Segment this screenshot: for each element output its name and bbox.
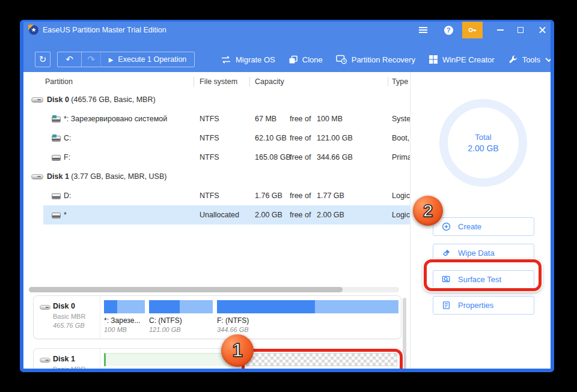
- toolbar-action-migrate-os[interactable]: Migrate OS: [221, 55, 275, 64]
- redo-icon[interactable]: ↷: [82, 52, 101, 67]
- column-partition: Partition: [45, 73, 73, 90]
- partition-recovery-icon: [336, 55, 347, 64]
- capacity-total: 344.66 GB: [317, 148, 353, 167]
- disk-label: Disk 1 (3.77 GB, Basic, MBR, USB): [47, 167, 166, 186]
- circle-plus-icon: [442, 222, 451, 231]
- menu-icon[interactable]: [414, 22, 432, 38]
- minimize-icon[interactable]: [491, 22, 509, 38]
- file-system: NTFS: [200, 109, 219, 128]
- main-content: Partition File system Capacity Type Disk…: [23, 72, 551, 369]
- create-button[interactable]: Create: [433, 217, 534, 236]
- button-label: Properties: [458, 301, 493, 310]
- capacity-free: 67 MB: [255, 109, 276, 128]
- column-capacity: Capacity: [255, 73, 284, 90]
- help-icon[interactable]: ?: [439, 22, 457, 38]
- toolbar-action-clone[interactable]: Clone: [288, 55, 323, 64]
- disk-label: Disk 0 (465.76 GB, Basic, MBR): [47, 90, 156, 109]
- execute-operation-button[interactable]: ▶ Execute 1 Operation: [101, 52, 194, 67]
- close-icon[interactable]: [533, 22, 551, 38]
- partition-label: C: (NTFS): [149, 316, 182, 325]
- play-icon: ▶: [109, 56, 114, 63]
- toolbar-action-label: Tools: [522, 55, 540, 64]
- disk-map-partition-primary[interactable]: F: (NTFS)344.66 GB: [217, 296, 398, 339]
- partition-name: *: [64, 205, 67, 225]
- file-system: NTFS: [200, 128, 219, 148]
- horizontal-scrollbar-thumb[interactable]: [29, 287, 343, 292]
- toolbar-action-label: Clone: [302, 55, 323, 64]
- file-system: NTFS: [200, 186, 219, 205]
- partition-type: Prima: [392, 148, 412, 167]
- button-label: Create: [458, 222, 481, 231]
- partition-name: F:: [64, 148, 70, 167]
- system-partition-icon: [52, 116, 61, 122]
- app-window: ★ EaseUS Partition Master Trial Edition …: [20, 20, 554, 372]
- toolbar-action-partition-recovery[interactable]: Partition Recovery: [336, 55, 415, 64]
- column-type: Type: [392, 73, 408, 90]
- titlebar: ★ EaseUS Partition Master Trial Edition …: [23, 22, 551, 38]
- partition-name: D:: [64, 186, 72, 205]
- partition-type: Logic: [392, 205, 410, 225]
- table-row-partition[interactable]: *: Зарезервировано системойNTFS67 MBfree…: [23, 109, 410, 128]
- capacity-total: 121.00 GB: [317, 128, 353, 148]
- operation-group: ↶ ↷ ▶ Execute 1 Operation: [57, 52, 195, 67]
- toolbar-action-winpe-creator[interactable]: WinPE Creator: [429, 55, 495, 64]
- partition-type: Logic: [392, 186, 410, 205]
- properties-button[interactable]: Properties: [433, 296, 534, 315]
- capacity-donut-chart: Total 2.00 GB: [439, 99, 527, 187]
- maximize-icon[interactable]: [511, 22, 530, 38]
- disk0-scheme: Basic MBR: [53, 313, 85, 320]
- properties-icon: [442, 301, 451, 310]
- disk0-map-panel[interactable]: Disk 0 Basic MBR 465.76 GB *: Зарезе...1…: [33, 295, 401, 339]
- toolbar-action-label: WinPE Creator: [442, 55, 495, 64]
- clone-icon: [288, 55, 298, 64]
- vertical-scrollbar-thumb[interactable]: [403, 298, 406, 369]
- annotation-step-2: 2: [413, 196, 443, 226]
- partition-type: Boot,: [392, 128, 409, 148]
- disk-map-partition-primary[interactable]: *: Зарезе...100 MB: [104, 296, 145, 339]
- refresh-icon[interactable]: ↻: [35, 52, 50, 67]
- chevron-down-icon: [545, 55, 551, 62]
- button-label: Wipe Data: [458, 249, 495, 258]
- system-partition-icon: [52, 136, 61, 142]
- table-row-disk[interactable]: Disk 0 (465.76 GB, Basic, MBR): [23, 90, 410, 109]
- donut-label: Total: [475, 133, 491, 142]
- wrench-icon: [508, 55, 518, 64]
- disk-icon: [31, 97, 43, 103]
- partition-label: F: (NTFS): [217, 316, 249, 325]
- partition-bar: [104, 300, 145, 313]
- disk1-scheme: Basic MBR ..: [53, 366, 91, 369]
- disk-icon: [40, 358, 50, 363]
- partition-bar: [149, 300, 213, 313]
- undo-icon[interactable]: ↶: [58, 52, 82, 67]
- horizontal-scrollbar[interactable]: [29, 287, 399, 292]
- capacity-free-of: free of: [290, 148, 311, 167]
- capacity-free: 62.10 GB: [255, 128, 287, 148]
- disk-map-partition-primary[interactable]: C: (NTFS)121.00 GB: [149, 296, 213, 339]
- toolbar: ↻ ↶ ↷ ▶ Execute 1 Operation Migrate OSCl…: [23, 38, 551, 72]
- disk-icon: [40, 305, 50, 310]
- partition-size: 121.00 GB: [149, 326, 181, 333]
- key-icon[interactable]: [462, 22, 483, 38]
- partition-type: Syste: [392, 109, 411, 128]
- capacity-free-of: free of: [290, 186, 311, 205]
- table-row-partition[interactable]: *Unallocated2.00 GBfree of2.00 GBLogic: [23, 205, 410, 225]
- partition-icon: [52, 213, 61, 219]
- capacity-total: 100 MB: [317, 109, 343, 128]
- capacity-free: 165.08 GB: [255, 148, 291, 167]
- disk0-name: Disk 0: [53, 302, 75, 310]
- table-row-disk[interactable]: Disk 1 (3.77 GB, Basic, MBR, USB): [23, 167, 410, 186]
- capacity-free: 1.76 GB: [255, 186, 282, 205]
- partition-bar: [104, 353, 242, 366]
- toolbar-action-tools[interactable]: Tools: [508, 55, 551, 64]
- table-row-partition[interactable]: D:NTFS1.76 GBfree of1.77 GBLogic: [23, 186, 410, 205]
- partition-label: *: Зарезе...: [104, 316, 140, 325]
- partition-table: Disk 0 (465.76 GB, Basic, MBR)*: Зарезер…: [23, 90, 410, 225]
- toolbar-action-label: Partition Recovery: [352, 55, 415, 64]
- app-logo-icon: ★: [29, 25, 38, 35]
- window-title: EaseUS Partition Master Trial Edition: [43, 22, 166, 38]
- table-row-partition[interactable]: F:NTFS165.08 GBfree of344.66 GBPrima: [23, 148, 410, 167]
- capacity-free-of: free of: [290, 128, 311, 148]
- capacity-free: 2.00 GB: [255, 205, 282, 225]
- table-row-partition[interactable]: C:NTFS62.10 GBfree of121.00 GBBoot,: [23, 128, 410, 148]
- partition-size: 344.66 GB: [217, 326, 249, 333]
